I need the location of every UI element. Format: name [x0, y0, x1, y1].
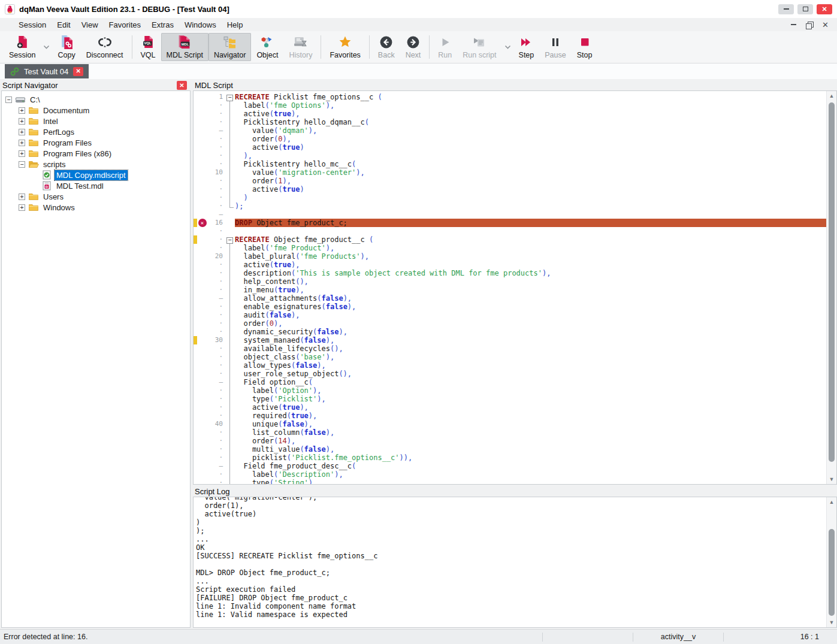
code-line[interactable]: · list_column(false),	[194, 428, 826, 437]
code-line[interactable]: · active(true)	[194, 185, 826, 193]
toolbar-button-favorites[interactable]: Favorites	[324, 33, 365, 61]
code-line[interactable]: ·−RECREATE Object fme_product__c (	[194, 235, 826, 244]
session-dropdown-chevron-icon[interactable]	[41, 32, 52, 62]
fold-collapse-icon[interactable]: −	[225, 93, 235, 101]
tree-expander-plus-icon[interactable]: +	[19, 118, 25, 125]
run-script-dropdown-chevron-icon[interactable]	[502, 32, 513, 62]
file-tree[interactable]: −C:\+Documentum+Intel+PerfLogs+Program F…	[1, 90, 191, 628]
code-line[interactable]: 20 label_plural('fme Products'),	[194, 252, 826, 261]
tree-expander-minus-icon[interactable]: −	[5, 96, 12, 103]
code-line[interactable]: · active(true),	[194, 261, 826, 269]
tree-item-mdl-test-mdl[interactable]: DMDL Test.mdl	[2, 180, 190, 191]
mdi-minimize-button[interactable]	[791, 24, 796, 25]
code-line[interactable]: · )	[194, 193, 826, 202]
code-line[interactable]: · multi_value(false),	[194, 445, 826, 453]
code-line[interactable]: – Field fme_product_desc__c(	[194, 462, 826, 470]
code-line[interactable]: · required(true),	[194, 412, 826, 420]
code-line[interactable]: · in_menu(true),	[194, 286, 826, 294]
code-line[interactable]: – value('dqman'),	[194, 126, 826, 135]
toolbar-button-mdl-script[interactable]: MDLMDL Script	[161, 33, 209, 61]
scroll-down-icon[interactable]: ▼	[827, 474, 836, 484]
code-line[interactable]: · Picklistentry hello_dqman__c(	[194, 118, 826, 126]
log-scrollbar-thumb[interactable]	[829, 529, 835, 616]
tree-item-c[interactable]: −C:\	[2, 94, 190, 105]
tree-item-users[interactable]: +Users	[2, 191, 190, 202]
code-line[interactable]: · type('String')	[194, 479, 826, 484]
maximize-button[interactable]	[797, 4, 813, 14]
tree-expander-plus-icon[interactable]: +	[19, 129, 25, 135]
scroll-up-icon[interactable]: ▲	[827, 497, 836, 507]
tree-item-perflogs[interactable]: +PerfLogs	[2, 126, 190, 137]
tree-expander-plus-icon[interactable]: +	[19, 193, 25, 200]
code-line[interactable]: – allow_attachments(false),	[194, 294, 826, 303]
tree-item-program-files-x86[interactable]: +Program Files (x86)	[2, 148, 190, 159]
code-line[interactable]: ·);	[194, 202, 826, 210]
code-line[interactable]: 10 value('migration-center'),	[194, 168, 826, 177]
minimize-button[interactable]	[778, 4, 794, 14]
toolbar-button-disconnect[interactable]: Disconnect	[81, 33, 129, 61]
code-line[interactable]: · label('fme Options'),	[194, 101, 826, 110]
close-button[interactable]: ✕	[817, 4, 832, 14]
tree-expander-plus-icon[interactable]: +	[19, 150, 25, 157]
menu-favorites[interactable]: Favorites	[104, 19, 146, 31]
menu-windows[interactable]: Windows	[179, 19, 222, 31]
toolbar-button-vql[interactable]: VQLVQL	[135, 33, 161, 61]
code-line[interactable]: · active(true),	[194, 403, 826, 412]
code-line[interactable]: · picklist('Picklist.fme_options__c')),	[194, 453, 826, 462]
code-line[interactable]: 40 unique(false),	[194, 420, 826, 428]
tab-test-vault-04[interactable]: Test Vault 04 ✕	[5, 64, 89, 78]
code-line[interactable]: · enable_esignatures(false),	[194, 303, 826, 311]
scroll-up-icon[interactable]: ▲	[827, 91, 836, 101]
code-line[interactable]: 1−RECREATE Picklist fme_options__c (	[194, 93, 826, 101]
tree-expander-plus-icon[interactable]: +	[19, 140, 25, 146]
scroll-down-icon[interactable]: ▼	[827, 618, 836, 627]
toolbar-button-next[interactable]: Next	[400, 33, 427, 61]
code-line[interactable]: · active(true),	[194, 110, 826, 118]
tree-item-windows[interactable]: +Windows	[2, 202, 190, 213]
script-navigator-close-button[interactable]: ✕	[177, 81, 187, 90]
code-line[interactable]: · dynamic_security(false),	[194, 328, 826, 336]
toolbar-button-copy[interactable]: Copy	[52, 33, 80, 61]
tree-item-scripts[interactable]: −scripts	[2, 159, 190, 170]
code-line[interactable]: · label('Option'),	[194, 386, 826, 395]
code-line[interactable]: · type('Picklist'),	[194, 395, 826, 403]
code-line[interactable]: · available_lifecycles(),	[194, 344, 826, 353]
code-line[interactable]: · description('This is sample object cre…	[194, 269, 826, 277]
code-line[interactable]: · object_class('base'),	[194, 353, 826, 361]
code-line[interactable]: · allow_types(false),	[194, 361, 826, 370]
menu-edit[interactable]: Edit	[52, 19, 75, 31]
mdi-restore-button[interactable]	[806, 22, 812, 28]
tab-close-button[interactable]: ✕	[73, 67, 83, 76]
script-log-area[interactable]: value('migration-center'), order(1), act…	[194, 497, 826, 627]
code-line[interactable]: · user_role_setup_object(),	[194, 370, 826, 378]
code-line[interactable]: –	[194, 210, 826, 219]
tree-item-documentum[interactable]: +Documentum	[2, 105, 190, 116]
mdi-close-button[interactable]: ✕	[822, 21, 829, 29]
code-line[interactable]: · order(0),	[194, 319, 826, 328]
fold-collapse-icon[interactable]: −	[225, 235, 235, 244]
code-line[interactable]: · order(1),	[194, 177, 826, 185]
code-line[interactable]: · order(14),	[194, 437, 826, 445]
code-line[interactable]: · Picklistentry hello_mc__c(	[194, 160, 826, 168]
code-line[interactable]: 30 system_manaed(false),	[194, 336, 826, 344]
toolbar-button-back[interactable]: Back	[373, 33, 400, 61]
editor-scrollbar-thumb[interactable]	[829, 102, 835, 462]
code-line[interactable]: – Field option__c(	[194, 378, 826, 386]
toolbar-button-session[interactable]: Session	[4, 33, 41, 61]
code-line[interactable]: · help_content(),	[194, 277, 826, 286]
tree-item-intel[interactable]: +Intel	[2, 116, 190, 126]
tree-expander-minus-icon[interactable]: −	[19, 161, 25, 168]
log-scrollbar[interactable]: ▲ ▼	[826, 497, 836, 627]
toolbar-button-pause[interactable]: Pause	[539, 33, 571, 61]
code-line[interactable]: · active(true)	[194, 143, 826, 152]
toolbar-button-step[interactable]: Step	[513, 33, 540, 61]
code-editor-area[interactable]: 1−RECREATE Picklist fme_options__c (· la…	[194, 91, 826, 484]
menu-help[interactable]: Help	[222, 19, 249, 31]
code-line[interactable]: · order(0),	[194, 135, 826, 143]
code-line[interactable]: · label('fme Product'),	[194, 244, 826, 252]
tree-expander-plus-icon[interactable]: +	[19, 204, 25, 211]
code-line[interactable]: · audit(false),	[194, 311, 826, 319]
toolbar-button-object[interactable]: Object	[251, 33, 283, 61]
editor-scrollbar[interactable]: ▲ ▼	[826, 91, 836, 484]
tree-expander-plus-icon[interactable]: +	[19, 107, 25, 114]
